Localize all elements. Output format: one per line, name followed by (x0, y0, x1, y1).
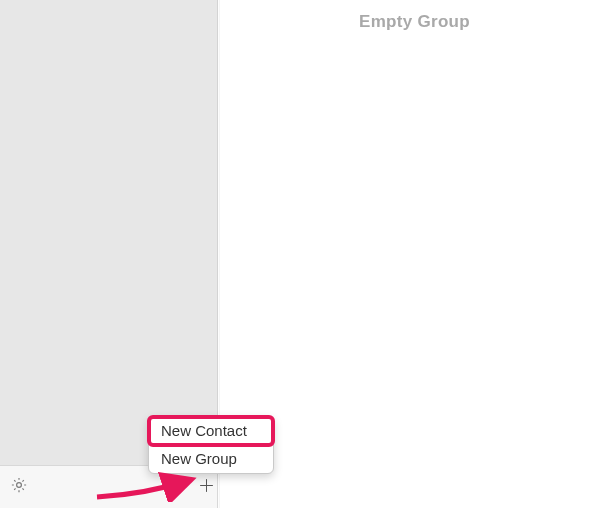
sidebar (0, 0, 218, 465)
add-menu: New Contact New Group (148, 416, 274, 474)
app-frame: Empty Group New Contact New Group (0, 0, 610, 508)
main-pane: Empty Group (219, 0, 610, 508)
gear-icon (10, 476, 28, 498)
page-title: Empty Group (219, 0, 610, 32)
menu-item-new-contact[interactable]: New Contact (149, 417, 273, 445)
menu-item-new-group[interactable]: New Group (149, 445, 273, 473)
add-button[interactable] (193, 474, 219, 500)
settings-button[interactable] (6, 474, 32, 500)
svg-point-0 (17, 483, 22, 488)
plus-icon (198, 477, 215, 498)
